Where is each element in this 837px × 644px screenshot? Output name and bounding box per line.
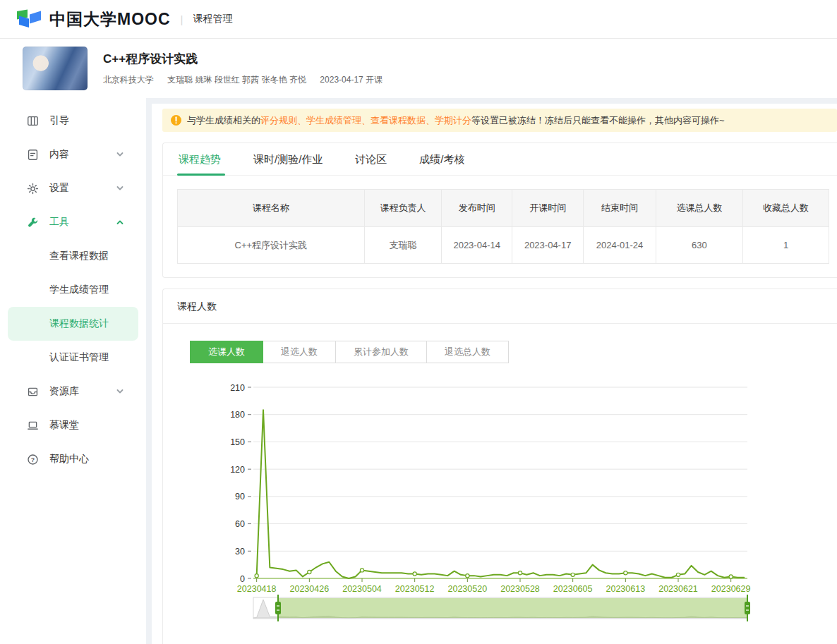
course-count-card: 课程人数 选课人数退选人数累计参加人数退选总人数 030609012015018…: [162, 288, 837, 644]
svg-text:90: 90: [235, 492, 245, 502]
table-header-cell: 结束时间: [583, 190, 655, 226]
svg-text:20230605: 20230605: [553, 584, 593, 594]
table-header-cell: 收藏总人数: [742, 190, 829, 226]
svg-text:20230418: 20230418: [237, 584, 277, 594]
sidebar-item-help-center[interactable]: ?帮助中心: [0, 442, 146, 476]
sidebar-item-label: 查看课程数据: [49, 250, 109, 262]
table-header-cell: 选课总人数: [656, 190, 743, 226]
table-cell: 支瑞聪: [364, 227, 442, 263]
laptop-icon: [26, 419, 40, 432]
sidebar-item-label: 学生成绩管理: [49, 284, 109, 296]
course-header: C++程序设计实践 北京科技大学 支瑞聪 姚琳 段世红 郭茜 张冬艳 齐悦 20…: [0, 39, 837, 98]
course-start-date: 2023-04-17 开课: [320, 75, 383, 85]
chevron-down-icon: [116, 184, 124, 193]
course-school: 北京科技大学: [103, 75, 154, 85]
question-icon: ?: [26, 453, 40, 466]
inbox-icon: [26, 385, 40, 399]
chart-wrap: 0306090120150180210202304182023042620230…: [212, 372, 837, 626]
table-header-row: 课程名称课程负责人发布时间开课时间结束时间选课总人数收藏总人数: [178, 190, 829, 226]
svg-text:20230426: 20230426: [290, 584, 330, 594]
tab-bar: 课程趋势课时/测验/作业讨论区成绩/考核: [163, 143, 837, 176]
table-cell: 630: [656, 227, 743, 263]
table-row: C++程序设计实践支瑞聪2023-04-142023-04-172024-01-…: [178, 226, 829, 263]
topbar-divider: |: [181, 13, 183, 25]
svg-text:20230629: 20230629: [711, 584, 751, 594]
svg-text:30: 30: [235, 547, 245, 557]
sidebar-item-label: 引导: [49, 114, 69, 127]
sidebar-nav: 引导内容设置工具查看课程数据学生成绩管理课程数据统计认证证书管理资源库慕课堂?帮…: [0, 98, 146, 644]
course-title: C++程序设计实践: [103, 51, 394, 67]
svg-text:20230613: 20230613: [606, 584, 646, 594]
banner-link-1[interactable]: 评分规则、: [260, 115, 306, 126]
course-teachers: 支瑞聪 姚琳 段世红 郭茜 张冬艳 齐悦: [167, 75, 306, 85]
sidebar-item-content[interactable]: 内容: [0, 138, 146, 171]
sidebar-item-guide[interactable]: 引导: [0, 104, 146, 138]
metric-button-1[interactable]: 退选人数: [263, 341, 336, 363]
table-cell: 1: [742, 227, 829, 263]
sidebar-item-label: 设置: [49, 182, 69, 195]
sidebar-item-course-data-statistics[interactable]: 课程数据统计: [8, 307, 138, 341]
chevron-down-icon: [116, 387, 124, 396]
document-icon: [26, 148, 40, 162]
metric-button-0[interactable]: 选课人数: [190, 341, 263, 363]
sidebar-item-view-course-data[interactable]: 查看课程数据: [0, 239, 146, 273]
sidebar-item-certificate-management[interactable]: 认证证书管理: [0, 341, 146, 375]
table-header-cell: 课程名称: [178, 190, 364, 226]
metric-button-3[interactable]: 退选总人数: [427, 341, 509, 363]
svg-text:20230520: 20230520: [448, 584, 488, 594]
banner-segment-0: 与学生成绩相关的: [187, 115, 260, 126]
chevron-down-icon: [116, 150, 124, 159]
tab-0[interactable]: 课程趋势: [179, 143, 221, 175]
course-table: 课程名称课程负责人发布时间开课时间结束时间选课总人数收藏总人数C++程序设计实践…: [177, 189, 829, 264]
svg-text:20230528: 20230528: [500, 584, 540, 594]
alert-icon: [171, 115, 181, 126]
banner-link-3[interactable]: 查看课程数据、: [371, 115, 435, 126]
table-header-cell: 课程负责人: [364, 190, 442, 226]
course-trend-chart: 0306090120150180210202304182023042620230…: [212, 372, 770, 624]
svg-text:210: 210: [230, 383, 245, 393]
wrench-icon: [26, 216, 40, 229]
sidebar-item-label: 认证证书管理: [49, 351, 109, 364]
tab-3[interactable]: 成绩/考核: [419, 143, 464, 175]
sidebar-item-label: 帮助中心: [49, 453, 89, 466]
course-thumbnail: [23, 47, 88, 90]
sidebar-item-settings[interactable]: 设置: [0, 171, 146, 205]
metric-button-2[interactable]: 累计参加人数: [336, 341, 427, 363]
tab-1[interactable]: 课时/测验/作业: [253, 143, 323, 175]
svg-text:0: 0: [240, 574, 245, 584]
sidebar-item-mooc-classroom[interactable]: 慕课堂: [0, 408, 146, 442]
sidebar-item-tools[interactable]: 工具: [0, 205, 146, 239]
table-header-cell: 开课时间: [512, 190, 583, 226]
gear-icon: [26, 182, 40, 195]
svg-text:120: 120: [230, 465, 245, 475]
course-trend-card: 课程趋势课时/测验/作业讨论区成绩/考核 课程名称课程负责人发布时间开课时间结束…: [162, 142, 837, 278]
banner-segment-5: 等设置已被冻结！冻结后只能查看不能操作，其他内容可操作~: [471, 115, 725, 126]
chart-panel-title: 课程人数: [163, 289, 837, 324]
brand-title: 中国大学MOOC: [49, 8, 171, 30]
banner-link-4[interactable]: 学期计分: [435, 115, 471, 126]
banner-link-2[interactable]: 学生成绩管理、: [306, 115, 371, 126]
chevron-up-icon: [116, 218, 124, 226]
table-cell: 2024-01-24: [583, 227, 655, 263]
svg-text:180: 180: [230, 410, 245, 420]
datazoom-slider[interactable]: [253, 597, 747, 619]
content-area: 与学生成绩相关的评分规则、学生成绩管理、查看课程数据、学期计分等设置已被冻结！冻…: [152, 104, 837, 644]
svg-text:20230504: 20230504: [342, 584, 382, 594]
sidebar-item-label: 慕课堂: [49, 419, 79, 432]
banner-text: 与学生成绩相关的评分规则、学生成绩管理、查看课程数据、学期计分等设置已被冻结！冻…: [187, 114, 725, 127]
table-cell: 2023-04-17: [512, 227, 583, 263]
top-navbar: 中国大学MOOC | 课程管理: [0, 0, 837, 39]
svg-text:?: ?: [31, 456, 35, 463]
svg-text:60: 60: [235, 519, 245, 529]
table-cell: C++程序设计实践: [178, 227, 364, 263]
page-title: 课程管理: [193, 13, 232, 25]
sidebar-item-resource-library[interactable]: 资源库: [0, 375, 146, 408]
tab-2[interactable]: 讨论区: [355, 143, 387, 175]
sidebar-item-label: 资源库: [49, 385, 79, 398]
sidebar-item-label: 课程数据统计: [49, 317, 109, 330]
book-open-icon: [26, 114, 40, 128]
svg-text:20230512: 20230512: [395, 584, 435, 594]
metric-button-group: 选课人数退选人数累计参加人数退选总人数: [190, 341, 837, 363]
sidebar-item-student-grade-management[interactable]: 学生成绩管理: [0, 273, 146, 307]
svg-text:150: 150: [230, 437, 245, 447]
